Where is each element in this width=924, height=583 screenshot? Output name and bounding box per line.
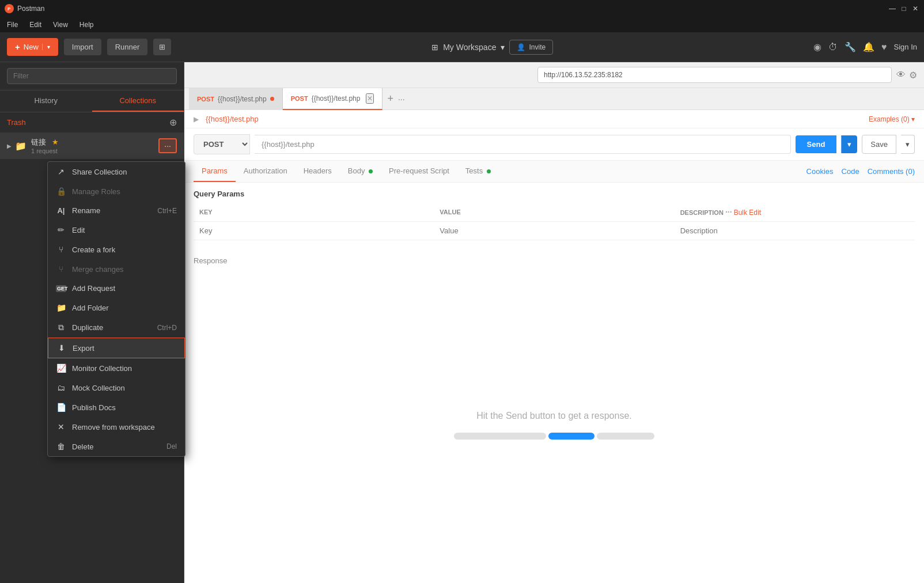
search-icon[interactable]: ◉ — [813, 41, 821, 52]
menu-item-monitor[interactable]: 📈 Monitor Collection — [48, 358, 185, 378]
breadcrumb: {{host}}/test.php — [206, 115, 862, 123]
tab-history[interactable]: History — [0, 90, 92, 112]
invite-button[interactable]: 👤 Invite — [509, 40, 553, 55]
menu-item-delete[interactable]: 🗑 Delete Del — [48, 437, 185, 456]
tab-1-close[interactable]: ✕ — [366, 93, 374, 104]
menu-item-duplicate[interactable]: ⧉ Duplicate Ctrl+D — [48, 317, 185, 338]
add-tab-button[interactable]: + — [383, 93, 398, 105]
new-label: New — [24, 43, 39, 51]
filter-input[interactable] — [7, 68, 177, 84]
collection-meta: 1 request — [31, 147, 158, 154]
menu-view[interactable]: View — [51, 20, 70, 30]
save-caret-button[interactable]: ▾ — [901, 135, 915, 154]
query-params-title: Query Params — [194, 190, 915, 198]
response-illustration: Hit the Send button to get a response. — [194, 277, 915, 574]
new-caret-icon[interactable]: ▾ — [42, 44, 50, 50]
app-logo: P — [5, 4, 14, 13]
tab-headers[interactable]: Headers — [296, 161, 340, 182]
tab-0[interactable]: POST {{host}}/test.php — [189, 88, 283, 110]
workspace-button[interactable]: ⊞ My Workspace ▾ — [431, 43, 505, 52]
comments-link[interactable]: Comments (0) — [868, 167, 915, 176]
new-collection-button[interactable]: ⊕ — [169, 117, 177, 128]
monitor-icon: 📈 — [56, 364, 66, 373]
menu-item-manage-roles[interactable]: 🔒 Manage Roles — [48, 181, 185, 201]
bell-icon[interactable]: 🔔 — [863, 41, 874, 52]
tabs-more-button[interactable]: ··· — [398, 94, 405, 104]
collection-row[interactable]: ▶ 📁 链接 ★ 1 request ··· — [0, 132, 184, 159]
menu-help[interactable]: Help — [77, 20, 96, 30]
sign-in-button[interactable]: Sign In — [894, 43, 917, 51]
close-button[interactable]: ✕ — [911, 5, 919, 13]
menu-item-mock[interactable]: 🗂 Mock Collection — [48, 378, 185, 398]
menu-item-add-request[interactable]: GET Add Request — [48, 279, 185, 298]
runner-button[interactable]: Runner — [107, 39, 148, 55]
response-bars — [454, 433, 654, 440]
menu-item-export[interactable]: ⬇ Export — [48, 338, 185, 358]
remove-icon: ✕ — [56, 422, 66, 431]
tab-body[interactable]: Body — [340, 161, 381, 182]
new-button[interactable]: + New ▾ — [7, 38, 58, 56]
send-button[interactable]: Send — [796, 135, 837, 153]
menu-item-create-fork[interactable]: ⑂ Create a fork — [48, 240, 185, 259]
menu-item-rename[interactable]: A| Rename Ctrl+E — [48, 201, 185, 220]
menu-item-add-folder[interactable]: 📁 Add Folder — [48, 298, 185, 317]
method-select[interactable]: POST GET PUT DELETE — [194, 134, 250, 154]
menu-label-delete: Delete — [72, 442, 94, 451]
description-input[interactable] — [680, 226, 909, 235]
save-button[interactable]: Save — [862, 135, 896, 154]
bulk-edit-button[interactable]: Bulk Edit — [734, 209, 761, 217]
import-button[interactable]: Import — [64, 39, 101, 55]
history-icon[interactable]: ⏱ — [828, 42, 838, 52]
tab-collections[interactable]: Collections — [92, 90, 184, 112]
tab-tests[interactable]: Tests — [457, 161, 499, 182]
cookies-link[interactable]: Cookies — [806, 167, 834, 176]
menu-label-add-folder: Add Folder — [72, 304, 109, 312]
menu-item-share-collection[interactable]: ↗ Share Collection — [48, 162, 185, 181]
value-input[interactable] — [440, 226, 668, 235]
maximize-button[interactable]: □ — [900, 5, 908, 13]
workspace-name: My Workspace — [443, 43, 496, 52]
settings-button[interactable]: ⚙ — [909, 70, 917, 81]
duplicate-shortcut: Ctrl+D — [157, 324, 177, 332]
mock-icon: 🗂 — [56, 383, 66, 392]
env-url-input[interactable] — [537, 67, 892, 83]
menu-file[interactable]: File — [5, 20, 20, 30]
menu-label-export: Export — [73, 344, 94, 353]
menu-item-publish[interactable]: 📄 Publish Docs — [48, 398, 185, 417]
builder-button[interactable]: ⊞ — [153, 39, 171, 55]
minimize-button[interactable]: — — [888, 5, 896, 13]
workspace-caret-icon: ▾ — [501, 43, 505, 52]
menu-label-duplicate: Duplicate — [72, 323, 103, 332]
menu-item-merge-changes[interactable]: ⑂ Merge changes — [48, 259, 185, 279]
tab-pre-request[interactable]: Pre-request Script — [381, 161, 457, 182]
request-tab-right: Cookies Code Comments (0) — [806, 167, 915, 176]
tab-1[interactable]: POST {{host}}/test.php ✕ — [283, 88, 383, 110]
key-input[interactable] — [199, 226, 428, 235]
tab-params[interactable]: Params — [194, 161, 236, 182]
toolbar: + New ▾ Import Runner ⊞ ⊞ My Workspace ▾… — [0, 32, 924, 62]
more-cols-icon[interactable]: ··· — [725, 207, 732, 217]
trash-label: Trash — [7, 118, 26, 127]
menu-edit[interactable]: Edit — [27, 20, 44, 30]
export-icon: ⬇ — [56, 343, 67, 353]
edit-icon: ✏ — [56, 225, 66, 234]
app-title: Postman — [17, 5, 44, 13]
send-caret-button[interactable]: ▾ — [841, 135, 857, 153]
sidebar: History Collections Trash ⊕ ▶ 📁 链接 ★ 1 r… — [0, 62, 184, 583]
collection-more-button[interactable]: ··· — [158, 138, 177, 153]
menu-item-edit[interactable]: ✏ Edit — [48, 220, 185, 240]
add-folder-icon: 📁 — [56, 303, 66, 312]
code-link[interactable]: Code — [842, 167, 859, 176]
examples-button[interactable]: Examples (0) ▾ — [869, 115, 915, 123]
url-input[interactable] — [255, 135, 791, 154]
response-bar-center — [548, 433, 594, 440]
eye-button[interactable]: 👁 — [896, 70, 906, 81]
menu-item-remove[interactable]: ✕ Remove from workspace — [48, 417, 185, 437]
heart-icon[interactable]: ♥ — [881, 42, 887, 52]
collection-star-icon[interactable]: ★ — [52, 138, 59, 146]
collection-name: 链接 — [31, 138, 46, 146]
invite-label: Invite — [529, 43, 546, 51]
wrench-icon[interactable]: 🔧 — [845, 41, 856, 52]
tab-authorization[interactable]: Authorization — [236, 161, 296, 182]
body-dot — [369, 169, 373, 173]
